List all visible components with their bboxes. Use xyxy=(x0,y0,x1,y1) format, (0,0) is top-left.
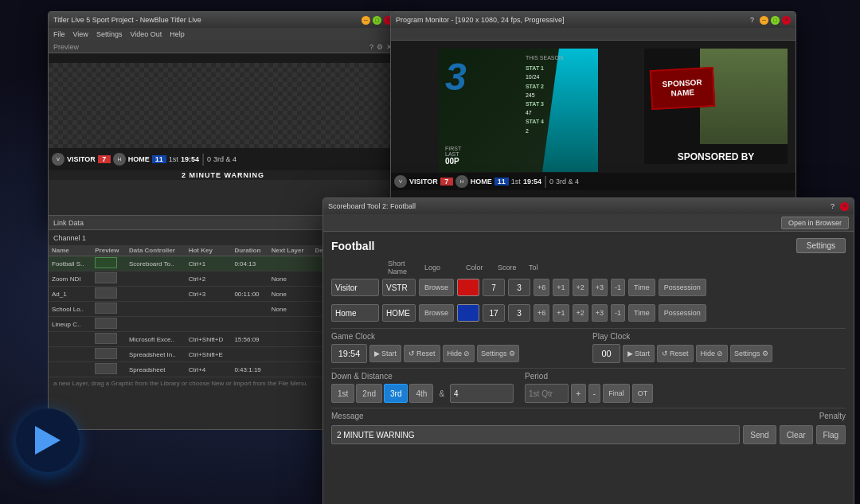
col-next: Next Layer xyxy=(268,245,312,256)
visitor-logo-browse[interactable]: Browse xyxy=(419,279,454,296)
hide-icon2: ⊘ xyxy=(717,350,723,357)
visitor-name-input[interactable] xyxy=(331,279,379,296)
prog-maximize-btn[interactable]: □ xyxy=(771,16,780,25)
home-time-btn[interactable]: Time xyxy=(628,304,655,322)
prog-close-btn[interactable]: ✕ xyxy=(782,16,791,25)
menu-settings[interactable]: Settings xyxy=(96,30,123,38)
down-3rd-btn[interactable]: 3rd xyxy=(384,384,408,403)
home-name-input[interactable] xyxy=(331,304,379,322)
game-clock-hide-btn[interactable]: Hide ⊘ xyxy=(443,345,475,362)
game-clock-start-btn[interactable]: ▶ Start xyxy=(369,345,401,362)
stat-big-number: 3 xyxy=(445,55,467,99)
menu-videoout[interactable]: Video Out xyxy=(130,30,162,38)
table-row[interactable]: Ad_1 Ctrl+3 00:11:00 None ▶ xyxy=(49,287,358,302)
table-row[interactable]: School Lo.. None ▶ xyxy=(49,302,358,317)
help-icon-prog[interactable]: ? xyxy=(750,16,754,25)
down-4th-btn[interactable]: 4th xyxy=(409,384,433,403)
down-distance-label: Down & Distance xyxy=(331,372,514,381)
visitor-plus1-btn[interactable]: +1 xyxy=(553,279,569,296)
row-duration: 00:11:00 xyxy=(231,287,268,302)
home-logo-browse[interactable]: Browse xyxy=(419,304,454,322)
game-clock-display[interactable] xyxy=(331,344,367,363)
send-button[interactable]: Send xyxy=(743,425,776,444)
home-shortname-input[interactable] xyxy=(382,304,416,322)
home-possession-btn[interactable]: Possession xyxy=(659,304,706,322)
row-duration: 0:43:1:19 xyxy=(231,362,268,377)
visitor-tol-input[interactable] xyxy=(508,279,530,296)
row-name xyxy=(49,347,92,362)
row-hotkey: Ctrl+Shift+E xyxy=(186,347,232,362)
game-clock-reset-btn[interactable]: ↺ Reset xyxy=(404,345,440,362)
row-name: Lineup C.. xyxy=(49,317,92,332)
play-clock-hide-btn[interactable]: Hide ⊘ xyxy=(696,345,729,362)
visitor-color-swatch[interactable] xyxy=(457,279,479,296)
message-label: Message xyxy=(331,412,364,420)
titler-window: Titler Live 5 Sport Project - NewBlue Ti… xyxy=(48,11,398,226)
home-plus3-btn[interactable]: +3 xyxy=(592,304,608,322)
settings-icon[interactable]: ⚙ xyxy=(377,43,383,51)
visitor-possession-btn[interactable]: Possession xyxy=(659,279,706,296)
message-input[interactable] xyxy=(331,425,740,444)
down-2nd-btn[interactable]: 2nd xyxy=(356,384,382,403)
help-icon[interactable]: ? xyxy=(369,43,373,51)
titler-logo xyxy=(16,408,80,472)
row-next xyxy=(268,332,312,347)
settings-button[interactable]: Settings xyxy=(796,238,846,253)
home-tol-input[interactable] xyxy=(508,304,530,322)
play-clock-display[interactable] xyxy=(592,344,620,363)
visitor-time-btn[interactable]: Time xyxy=(628,279,655,296)
visitor-shortname-input[interactable] xyxy=(382,279,416,296)
menu-help[interactable]: Help xyxy=(170,30,185,38)
play-clock-start-btn[interactable]: ▶ Start xyxy=(623,345,655,362)
table-row[interactable]: Football S.. Scoreboard To.. Ctrl+1 0:04… xyxy=(49,256,358,272)
down-1st-btn[interactable]: 1st xyxy=(331,384,354,403)
minimize-btn[interactable]: ─ xyxy=(362,16,370,25)
open-browser-button[interactable]: Open in Browser xyxy=(781,217,849,229)
distance-input[interactable] xyxy=(450,384,514,403)
prog-minimize-btn[interactable]: ─ xyxy=(760,16,768,25)
visitor-minus1-btn[interactable]: -1 xyxy=(611,279,625,296)
period-label: Period xyxy=(525,372,653,381)
period-minus-btn[interactable]: - xyxy=(588,384,601,403)
home-plus2-btn[interactable]: +2 xyxy=(573,304,588,322)
link-panel-footer: a new Layer, drag a Graphic from the Lib… xyxy=(49,377,358,389)
flag-button[interactable]: Flag xyxy=(816,425,846,444)
row-next xyxy=(268,317,312,332)
menu-file[interactable]: File xyxy=(53,30,65,38)
row-next: None xyxy=(268,272,312,287)
home-minus1-btn[interactable]: -1 xyxy=(611,304,625,322)
table-row[interactable]: Spreadsheet Ctrl+4 0:43:1:19 ▶ xyxy=(49,362,358,377)
table-row[interactable]: Microsoft Exce.. Ctrl+Shift+D 15:56:09 ▶ xyxy=(49,332,358,347)
down-bar: 3rd & 4 xyxy=(213,155,236,163)
stats-bg: 3 THIS SEASON STAT 1 10/24 STAT 2 245 xyxy=(439,49,598,172)
home-color-swatch[interactable] xyxy=(457,304,479,322)
table-row[interactable]: Lineup C.. ▶ xyxy=(49,317,358,332)
prog-toolbar xyxy=(391,28,796,41)
row-controller: Scoreboard To.. xyxy=(126,256,186,272)
period-final-btn[interactable]: Final xyxy=(603,384,630,403)
menu-view[interactable]: View xyxy=(73,30,88,38)
home-plus6-btn[interactable]: +6 xyxy=(534,304,549,322)
period-display[interactable] xyxy=(525,384,569,403)
table-row[interactable]: Spreadsheet In.. Ctrl+Shift+E ▶ xyxy=(49,347,358,362)
home-plus1-btn[interactable]: +1 xyxy=(553,304,569,322)
period-plus-btn[interactable]: + xyxy=(571,384,585,403)
home-score-input[interactable] xyxy=(483,304,505,322)
game-clock-settings-btn[interactable]: Settings ⚙ xyxy=(477,345,519,362)
clear-button[interactable]: Clear xyxy=(780,425,813,444)
row-hotkey: Ctrl+3 xyxy=(186,287,232,302)
period-ot-btn[interactable]: OT xyxy=(632,384,654,403)
play-clock-settings-btn[interactable]: Settings ⚙ xyxy=(730,345,772,362)
program-monitor-window: Program Monitor - [1920 x 1080, 24 fps, … xyxy=(390,11,796,210)
visitor-score-input[interactable] xyxy=(483,279,505,296)
visitor-plus6-btn[interactable]: +6 xyxy=(534,279,549,296)
visitor-plus3-btn[interactable]: +3 xyxy=(592,279,608,296)
table-row[interactable]: Zoom NDI Ctrl+2 None ▶ xyxy=(49,272,358,287)
sb-close-btn[interactable]: ✕ xyxy=(840,202,849,211)
sponsor-name: SPONSOR NAME xyxy=(651,77,713,100)
row-name xyxy=(49,362,92,377)
play-clock-reset-btn[interactable]: ↺ Reset xyxy=(657,345,694,362)
maximize-btn[interactable]: □ xyxy=(373,16,381,25)
visitor-plus2-btn[interactable]: +2 xyxy=(573,279,588,296)
sb-help-icon[interactable]: ? xyxy=(831,202,835,211)
